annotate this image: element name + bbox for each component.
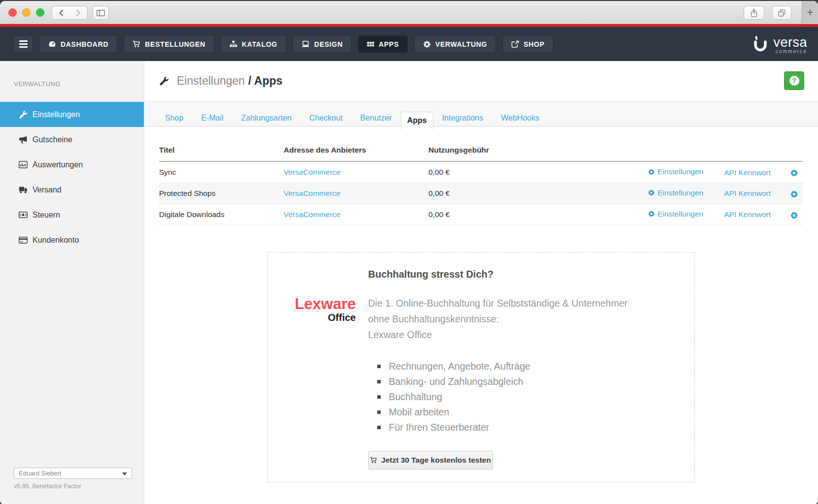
list-item: Rechnungen, Angebote, Aufträge	[377, 359, 530, 374]
tab-checkout[interactable]: Checkout	[300, 110, 352, 126]
back-button[interactable]	[52, 6, 70, 20]
anbieter-link[interactable]: VersaCommerce	[284, 210, 340, 219]
row-gear-button[interactable]	[790, 190, 798, 198]
gear-icon	[790, 212, 798, 219]
list-item: Banking- und Zahlungsabgleich	[377, 374, 530, 389]
sidebar-item-versand[interactable]: Versand	[0, 177, 144, 202]
overlapping-squares-icon	[778, 9, 785, 17]
brand-name: versa	[773, 36, 807, 49]
row-einstellungen-link[interactable]: Einstellungen	[648, 210, 703, 219]
ad-description: Die 1. Online-Buchhaltung für Selbststän…	[368, 295, 628, 343]
tab-email[interactable]: E-Mail	[192, 110, 232, 126]
cart-icon	[132, 40, 140, 48]
cart-icon	[370, 457, 377, 464]
browser-window: + DASHBOARD BESTELLUNGEN KATALOG DESIGN …	[0, 1, 818, 504]
hamburger-icon	[19, 40, 28, 48]
anbieter-link[interactable]: VersaCommerce	[284, 168, 340, 176]
gear-icon	[648, 211, 654, 217]
share-button[interactable]	[744, 6, 764, 20]
nav-item-design[interactable]: DESIGN	[293, 35, 352, 53]
gear-icon	[423, 40, 431, 48]
laptop-icon	[301, 40, 310, 48]
sidebar-item-einstellungen[interactable]: Einstellungen	[0, 102, 144, 127]
sidebar-section-label: VERWALTUNG	[14, 80, 144, 88]
versacommerce-logo[interactable]: versa commerce	[751, 34, 807, 54]
nav-item-dashboard[interactable]: DASHBOARD	[39, 35, 117, 53]
help-icon: ?	[789, 76, 799, 86]
nav-item-apps[interactable]: APPS	[358, 35, 408, 53]
nav-item-verwaltung[interactable]: VERWALTUNG	[414, 35, 496, 53]
menu-toggle-button[interactable]	[14, 35, 33, 53]
sidebar-item-steuern[interactable]: Steuern	[0, 202, 144, 227]
gear-icon	[648, 189, 654, 196]
row-api-kennwort-link[interactable]: API Kennwort	[724, 189, 771, 197]
lexware-ad-box: Buchhaltung stresst Dich? Lexware Office…	[267, 252, 695, 482]
gear-icon	[790, 169, 798, 177]
row-einstellungen-link[interactable]: Einstellungen	[648, 167, 703, 176]
column-header-titel: Titel	[159, 142, 284, 161]
tab-overview-button[interactable]	[772, 6, 791, 20]
wrench-icon	[19, 110, 28, 119]
column-header-anbieter: Adresse des Anbieters	[284, 142, 428, 161]
trial-cta-button[interactable]: Jetzt 30 Tage kostenlos testen	[368, 451, 493, 470]
table-row: Sync VersaCommerce 0,00 € EinstellungenA…	[159, 161, 803, 183]
sidebar-toggle-button[interactable]	[93, 6, 109, 20]
help-button[interactable]: ?	[784, 71, 804, 90]
breadcrumb-separator: /	[248, 74, 251, 87]
traffic-lights	[8, 8, 44, 17]
row-api-kennwort-link[interactable]: API Kennwort	[724, 168, 771, 177]
column-header-gebuehr: Nutzungsgebühr	[428, 142, 633, 161]
truck-icon	[19, 186, 28, 194]
megaphone-icon	[19, 136, 28, 144]
app-title: Digitale Downloads	[159, 204, 284, 225]
app-title: Protected Shops	[159, 183, 284, 204]
table-row: Digitale Downloads VersaCommerce 0,00 € …	[159, 204, 803, 225]
gear-icon	[790, 190, 798, 198]
table-row: Protected Shops VersaCommerce 0,00 € Ein…	[159, 183, 803, 204]
dashboard-icon	[48, 40, 56, 48]
version-label: v5.95, Benefactor Factor	[14, 483, 132, 490]
anbieter-link[interactable]: VersaCommerce	[284, 189, 340, 197]
zoom-button[interactable]	[36, 8, 44, 17]
forward-button[interactable]	[69, 6, 88, 20]
sidebar-item-gutscheine[interactable]: Gutscheine	[0, 127, 144, 152]
sitemap-icon	[229, 40, 237, 48]
row-gear-button[interactable]	[790, 169, 798, 177]
new-tab-button[interactable]: +	[802, 1, 818, 24]
lexware-logo: Lexware Office	[268, 297, 356, 322]
app-fee: 0,00 €	[428, 204, 633, 225]
external-link-icon	[511, 40, 519, 48]
top-navbar: DASHBOARD BESTELLUNGEN KATALOG DESIGN AP…	[0, 27, 818, 61]
tab-webhooks[interactable]: WebHooks	[492, 110, 548, 126]
row-gear-button[interactable]	[790, 212, 798, 219]
nav-item-shop[interactable]: SHOP	[502, 35, 553, 53]
row-api-kennwort-link[interactable]: API Kennwort	[724, 210, 771, 219]
tab-integrations[interactable]: Integrations	[433, 110, 492, 126]
sidebar-item-kundenkonto[interactable]: Kundenkonto	[0, 227, 144, 252]
tab-apps[interactable]: Apps	[401, 112, 433, 129]
tab-benutzer[interactable]: Benutzer	[352, 110, 401, 126]
ad-heading: Buchhaltung stresst Dich?	[368, 269, 493, 280]
tab-shop[interactable]: Shop	[156, 110, 192, 126]
user-select[interactable]: Eduard Siebert	[14, 468, 132, 479]
sidebar: VERWALTUNG Einstellungen Gutscheine Ausw…	[0, 61, 144, 504]
tab-zahlungsarten[interactable]: Zahlungsarten	[232, 110, 300, 126]
list-item: Buchhaltung	[377, 389, 530, 405]
brand-sub: commerce	[776, 49, 807, 54]
breadcrumb-parent: Einstellungen	[177, 74, 245, 88]
plus-icon: +	[807, 6, 813, 19]
app-fee: 0,00 €	[428, 183, 633, 204]
caret-down-icon	[122, 472, 127, 475]
credit-card-icon	[19, 237, 28, 244]
sidebar-item-auswertungen[interactable]: Auswertungen	[0, 152, 144, 177]
nav-item-bestellungen[interactable]: BESTELLUNGEN	[124, 35, 214, 53]
nav-item-katalog[interactable]: KATALOG	[221, 35, 286, 53]
lexware-logo-word: Lexware	[268, 297, 356, 312]
gear-icon	[648, 169, 654, 175]
share-icon	[750, 8, 758, 18]
chart-frame-icon	[19, 161, 28, 168]
minimize-button[interactable]	[22, 8, 31, 17]
settings-tabbar: Shop E-Mail Zahlungsarten Checkout Benut…	[144, 101, 818, 126]
row-einstellungen-link[interactable]: Einstellungen	[648, 189, 703, 197]
close-button[interactable]	[8, 8, 17, 17]
